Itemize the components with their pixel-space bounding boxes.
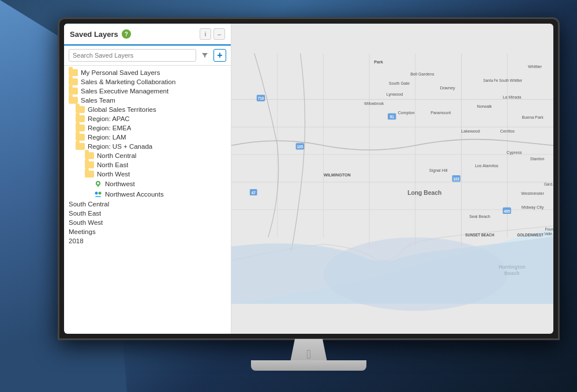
imac-monitor: Saved Layers ? i – + (58, 17, 560, 363)
filter-button[interactable] (198, 49, 211, 62)
panel-title-row: Saved Layers ? (70, 29, 131, 39)
svg-text:SUNSET BEACH: SUNSET BEACH (465, 233, 494, 237)
apple-logo:  (306, 347, 311, 362)
tree-item-northwest-accounts[interactable]: Northwest Accounts (64, 189, 231, 199)
add-layer-button[interactable]: + (213, 49, 226, 62)
tree-item-label: Meetings (69, 228, 96, 235)
panel-header: Saved Layers ? i – (64, 24, 231, 46)
tree-item-sales-exec[interactable]: Sales Executive Management (64, 86, 231, 96)
folder-icon (85, 161, 94, 168)
tree-item-label: North East (97, 161, 128, 168)
svg-text:103: 103 (453, 177, 459, 181)
tree-item-sales-team[interactable]: Sales Team (64, 96, 231, 105)
svg-point-3 (95, 192, 98, 195)
svg-text:Norwalk: Norwalk (477, 104, 492, 109)
svg-text:WILMINGTON: WILMINGTON (324, 173, 351, 178)
tree-item-region-emea[interactable]: Region: EMEA (64, 123, 231, 133)
map-svg: 710 105 91 103 405 47 Park Bell (231, 24, 553, 334)
svg-text:105: 105 (297, 145, 303, 149)
svg-text:47: 47 (252, 191, 256, 195)
tree-item-label: South Central (69, 201, 109, 208)
svg-point-2 (97, 182, 99, 184)
tree-item-region-apac[interactable]: Region: APAC (64, 114, 231, 123)
svg-text:Paramount: Paramount (430, 111, 451, 115)
svg-text:Signal Hill: Signal Hill (429, 168, 448, 173)
tree-item-sales-mktg[interactable]: Sales & Marketing Collaboration (64, 77, 231, 86)
folder-icon (85, 152, 94, 159)
tree-list: My Personal Saved LayersSales & Marketin… (64, 66, 231, 334)
svg-text:Compton: Compton (398, 111, 414, 115)
svg-text:710: 710 (258, 96, 264, 100)
svg-text:Whittier: Whittier (528, 65, 542, 69)
layer-green-icon (94, 180, 102, 188)
tree-item-label: 2018 (69, 238, 84, 244)
svg-text:Long Beach: Long Beach (407, 190, 441, 196)
tree-item-label: South East (69, 210, 101, 217)
svg-text:Fount: Fount (545, 227, 553, 231)
info-button[interactable]: i (200, 28, 211, 40)
svg-text:La Mirada: La Mirada (503, 95, 521, 100)
panel-title: Saved Layers (70, 30, 118, 39)
svg-text:Stanton: Stanton (530, 157, 545, 161)
svg-text:Downey: Downey (440, 86, 455, 91)
folder-icon (69, 78, 78, 85)
svg-text:Bell Gardens: Bell Gardens (410, 72, 434, 77)
tree-item-label: Region: US + Canada (88, 143, 152, 150)
layer-blue-icon (94, 190, 102, 198)
svg-text:Lakewood: Lakewood (461, 129, 480, 134)
svg-marker-1 (97, 185, 99, 187)
map-area[interactable]: 710 105 91 103 405 47 Park Bell (231, 24, 553, 334)
tree-item-label: My Personal Saved Layers (81, 69, 160, 76)
svg-text:Willowbrook: Willowbrook (364, 101, 384, 105)
saved-layers-panel: Saved Layers ? i – + (64, 24, 231, 334)
svg-text:Valle...: Valle... (544, 232, 553, 236)
tree-item-north-central[interactable]: North Central (64, 151, 231, 160)
tree-item-region-lam[interactable]: Region: LAM (64, 133, 231, 142)
minimize-button[interactable]: – (213, 28, 225, 40)
svg-text:Lynwood: Lynwood (387, 92, 403, 97)
folder-icon (76, 143, 85, 150)
tree-item-label: Northwest (105, 180, 135, 187)
tree-item-label: Region: APAC (88, 115, 130, 122)
folder-icon (69, 69, 78, 76)
svg-text:Buena Park: Buena Park (522, 115, 544, 120)
folder-icon (76, 134, 85, 141)
folder-icon (76, 106, 85, 113)
tree-item-northwest[interactable]: Northwest (64, 179, 231, 189)
help-badge[interactable]: ? (122, 29, 131, 39)
tree-item-label: Region: EMEA (88, 125, 131, 131)
folder-icon (76, 115, 85, 122)
svg-point-4 (99, 192, 102, 195)
screen-bezel: Saved Layers ? i – + (59, 19, 558, 338)
svg-text:South Gate: South Gate (389, 81, 410, 86)
svg-text:Los Alamitos: Los Alamitos (475, 164, 499, 168)
tree-item-label: North West (97, 171, 130, 178)
tree-item-north-west[interactable]: North West (64, 169, 231, 179)
tree-item-label: Sales Executive Management (81, 88, 168, 95)
tree-item-label: Northwest Accounts (105, 191, 164, 198)
svg-text:GOLDENWEST: GOLDENWEST (517, 233, 544, 237)
tree-item-year-2018[interactable]: 2018 (64, 236, 231, 246)
folder-icon (69, 97, 78, 104)
tree-item-south-west[interactable]: South West (64, 218, 231, 227)
svg-text:Westminster: Westminster (521, 191, 544, 196)
search-input[interactable] (69, 49, 196, 62)
tree-item-south-east[interactable]: South East (64, 209, 231, 218)
tree-item-label: North Central (97, 152, 136, 159)
panel-header-icons: i – (200, 28, 225, 40)
svg-text:Cypress: Cypress (507, 150, 522, 155)
tree-item-label: Global Sales Territories (88, 106, 156, 113)
tree-item-global-sales[interactable]: Global Sales Territories (64, 105, 231, 114)
tree-item-label: Sales Team (81, 97, 115, 104)
tree-item-label: Sales & Marketing Collaboration (81, 78, 175, 85)
tree-item-north-east[interactable]: North East (64, 160, 231, 169)
tree-item-my-personal[interactable]: My Personal Saved Layers (64, 68, 231, 77)
tree-item-south-central[interactable]: South Central (64, 199, 231, 209)
folder-icon (76, 125, 85, 131)
svg-text:405: 405 (504, 209, 510, 213)
tree-item-label: South West (69, 219, 103, 226)
tree-item-meetings[interactable]: Meetings (64, 227, 231, 236)
svg-text:Gard...: Gard... (544, 182, 553, 186)
tree-item-region-us-ca[interactable]: Region: US + Canada (64, 142, 231, 151)
svg-text:Park: Park (374, 60, 383, 65)
